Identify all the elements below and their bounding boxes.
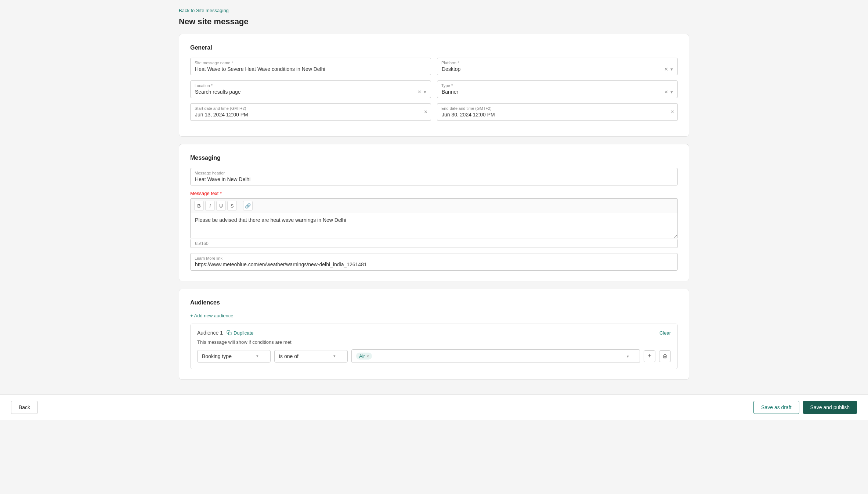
site-message-name-field: Site message name * (190, 58, 431, 75)
general-section-title: General (190, 44, 678, 51)
booking-type-label: Booking type (202, 353, 232, 359)
operator-select[interactable]: is one of ▾ (274, 350, 348, 363)
add-condition-button[interactable]: + (644, 350, 655, 362)
location-select[interactable]: Search results page ✕ ▾ (190, 80, 431, 98)
type-select[interactable]: Banner ✕ ▾ (437, 80, 678, 98)
audience-clear-button[interactable]: Clear (659, 330, 671, 336)
audience-condition-text: This message will show if conditions are… (197, 339, 671, 345)
type-clear-icon[interactable]: ✕ (664, 89, 668, 95)
back-to-site-messaging-link[interactable]: Back to Site messaging (179, 8, 229, 13)
save-publish-button[interactable]: Save and publish (803, 401, 857, 414)
char-count: 65/160 (190, 239, 678, 248)
add-audience-link[interactable]: + Add new audience (190, 313, 233, 318)
audience-1-card: Audience 1 Duplicate Clear This message … (190, 324, 678, 369)
condition-value-chevron-icon: ▾ (627, 354, 629, 358)
platform-chevron-icon[interactable]: ▾ (670, 66, 673, 72)
message-header-input[interactable] (190, 168, 678, 185)
messaging-section-title: Messaging (190, 155, 678, 161)
start-date-input[interactable] (190, 103, 431, 121)
condition-value-field: Air × ▾ (351, 349, 640, 363)
site-message-name-input[interactable] (190, 58, 431, 75)
message-text-label: Message text * (190, 191, 678, 196)
air-tag: Air × (356, 353, 372, 360)
learn-more-input[interactable] (190, 253, 678, 271)
back-button[interactable]: Back (11, 401, 38, 414)
operator-label: is one of (279, 353, 299, 359)
type-chevron-icon[interactable]: ▾ (670, 89, 673, 95)
page-title: New site message (179, 17, 689, 26)
booking-type-chevron-icon: ▾ (253, 354, 258, 358)
condition-row: Booking type ▾ is one of ▾ Air (197, 349, 671, 363)
booking-type-select[interactable]: Booking type ▾ (197, 350, 271, 363)
location-value: Search results page (195, 89, 417, 95)
toolbar-divider (240, 202, 240, 210)
link-button[interactable]: 🔗 (243, 201, 253, 210)
underline-button[interactable]: U (216, 201, 226, 210)
delete-condition-button[interactable] (659, 350, 671, 362)
location-chevron-icon[interactable]: ▾ (424, 89, 426, 95)
air-tag-remove[interactable]: × (366, 354, 369, 359)
italic-button[interactable]: I (205, 201, 215, 210)
svg-rect-0 (228, 332, 231, 335)
end-date-input[interactable] (437, 103, 678, 121)
footer-right: Save as draft Save and publish (753, 401, 857, 414)
platform-value: Desktop (442, 66, 664, 72)
start-date-clear-icon[interactable]: × (424, 109, 427, 115)
duplicate-button[interactable]: Duplicate (227, 330, 253, 336)
end-date-field: End date and time (GMT+2) × (437, 103, 678, 121)
bold-button[interactable]: B (194, 201, 204, 210)
condition-value-select[interactable]: Air × (351, 349, 640, 363)
type-field: Type * Banner ✕ ▾ (437, 80, 678, 98)
end-date-clear-icon[interactable]: × (671, 109, 674, 115)
location-clear-icon[interactable]: ✕ (417, 89, 422, 95)
duplicate-icon (227, 330, 232, 335)
start-date-field: Start date and time (GMT+2) × (190, 103, 431, 121)
strikethrough-button[interactable]: S (227, 201, 237, 210)
audience-1-title: Audience 1 (197, 330, 223, 336)
operator-chevron-icon: ▾ (330, 354, 336, 358)
audiences-section-title: Audiences (190, 299, 678, 306)
location-field: Location * Search results page ✕ ▾ (190, 80, 431, 98)
rich-text-toolbar: B I U S 🔗 (190, 198, 678, 213)
message-text-input[interactable]: Please be advised that there are heat wa… (190, 213, 678, 238)
type-value: Banner (442, 89, 664, 95)
save-draft-button[interactable]: Save as draft (753, 401, 799, 414)
platform-clear-icon[interactable]: ✕ (664, 66, 668, 72)
platform-field: Platform * Desktop ✕ ▾ (437, 58, 678, 75)
trash-icon (662, 354, 668, 359)
footer-bar: Back Save as draft Save and publish (0, 394, 868, 420)
platform-select[interactable]: Desktop ✕ ▾ (437, 58, 678, 75)
